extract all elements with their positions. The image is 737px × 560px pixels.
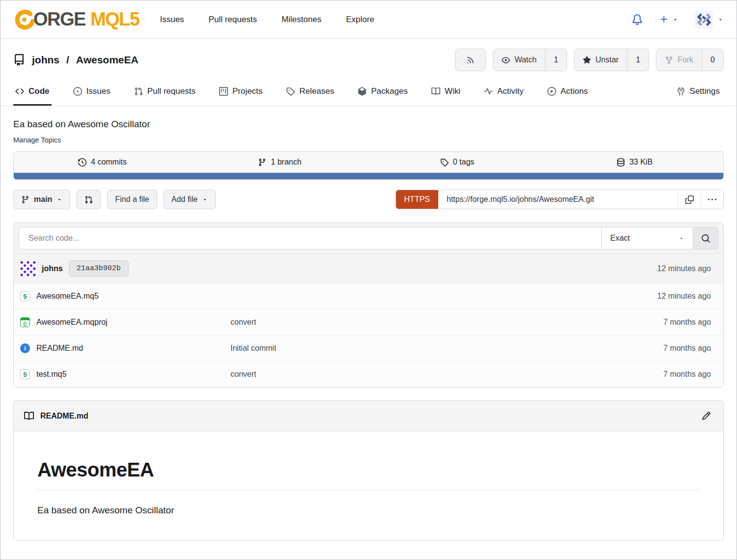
readme-h1: AwesomeEA [37, 459, 700, 490]
copy-icon [685, 196, 694, 204]
tab-packages[interactable]: Packages [356, 78, 410, 106]
repo-stats-bar: 4 commits 1 branch 0 tags 33 KiB [13, 151, 724, 180]
readme-panel: README.md AwesomeEA Ea based on Awesome … [13, 400, 724, 541]
repo-icon [13, 54, 25, 66]
code-toolbar: main Find a file Add file HTTPS [13, 190, 724, 209]
mqproj-file-icon: {} [20, 317, 30, 327]
tab-pull-requests[interactable]: Pull requests [132, 78, 198, 106]
more-clone-options-button[interactable] [701, 190, 723, 209]
commit-author-name[interactable]: johns [42, 264, 63, 273]
kebab-horizontal-icon [708, 196, 716, 204]
find-file-button[interactable]: Find a file [107, 190, 157, 209]
file-row: 5 AwesomeEA.mq5 12 minutes ago [14, 283, 723, 309]
tab-wiki[interactable]: Wiki [429, 78, 462, 106]
commit-time: 12 minutes ago [657, 264, 717, 273]
commit-author-avatar[interactable] [20, 261, 36, 277]
rss-icon [466, 56, 475, 64]
manage-topics-link[interactable]: Manage Topics [0, 130, 74, 144]
logo-text-mql5: MQL5 [90, 9, 140, 30]
readme-filename: README.md [40, 412, 88, 420]
forge-logo-icon [13, 8, 36, 31]
clone-url-input[interactable] [438, 190, 678, 209]
stat-commits[interactable]: 4 commits [14, 152, 191, 172]
fork-button[interactable]: Fork [656, 49, 702, 71]
navbar-right [632, 11, 724, 28]
repo-owner-link[interactable]: johns [32, 54, 59, 66]
tools-icon [677, 87, 685, 96]
file-commit-time: 12 minutes ago [657, 292, 717, 301]
eye-icon [502, 56, 510, 64]
chevron-down-icon [679, 235, 684, 241]
project-icon [219, 87, 228, 96]
database-icon [617, 158, 625, 167]
file-link[interactable]: README.md [36, 344, 83, 353]
git-fork-icon [665, 56, 673, 64]
tab-settings[interactable]: Settings [675, 78, 722, 106]
search-mode-dropdown[interactable]: Exact [601, 227, 693, 250]
repo-title: johns / AwesomeEA [13, 54, 139, 66]
clock-history-icon [78, 158, 86, 167]
language-stats-bar[interactable] [14, 172, 723, 179]
tab-projects[interactable]: Projects [217, 78, 264, 106]
https-protocol-button[interactable]: HTTPS [396, 190, 438, 209]
edit-readme-button[interactable] [702, 411, 713, 420]
code-icon [15, 87, 24, 96]
latest-commit-row: johns 21aa3b902b 12 minutes ago [14, 253, 723, 283]
unstar-button[interactable]: Unstar [574, 49, 627, 71]
git-branch-icon [21, 196, 29, 204]
fork-count[interactable]: 0 [702, 49, 723, 71]
user-menu-dropdown[interactable] [695, 11, 724, 28]
file-commit-message[interactable]: convert [230, 370, 663, 379]
create-new-dropdown[interactable] [659, 15, 679, 24]
watch-button[interactable]: Watch [493, 49, 545, 71]
tab-activity[interactable]: Activity [482, 78, 526, 106]
chevron-down-icon [202, 196, 208, 202]
repo-path-separator: / [66, 54, 69, 66]
commit-hash-badge[interactable]: 21aa3b902b [69, 260, 129, 277]
file-commit-message[interactable]: Initial commit [230, 344, 663, 353]
repo-action-buttons: Watch 1 Unstar 1 Fork 0 [455, 49, 724, 71]
search-code-input[interactable] [19, 227, 601, 250]
mq5-file-icon: 5 [20, 291, 30, 301]
git-branch-icon [258, 158, 266, 167]
tab-releases[interactable]: Releases [284, 78, 336, 106]
star-count[interactable]: 1 [627, 49, 649, 71]
notifications-bell-icon[interactable] [632, 14, 643, 25]
file-link[interactable]: AwesomeEA.mqproj [36, 318, 108, 327]
file-link[interactable]: AwesomeEA.mq5 [36, 292, 99, 301]
tab-actions[interactable]: Actions [545, 78, 590, 106]
add-file-dropdown[interactable]: Add file [164, 190, 216, 209]
repo-name-link[interactable]: AwesomeEA [76, 54, 139, 66]
package-icon [358, 87, 367, 96]
file-link[interactable]: test.mq5 [36, 370, 66, 379]
tab-issues[interactable]: Issues [71, 78, 113, 106]
tag-icon [286, 87, 295, 96]
nav-link-explore[interactable]: Explore [346, 15, 374, 25]
stat-tags[interactable]: 0 tags [368, 152, 546, 172]
repo-tabs: Code Issues Pull requests Projects Relea… [0, 78, 737, 106]
branch-selector-dropdown[interactable]: main [13, 190, 70, 209]
stat-branches[interactable]: 1 branch [191, 152, 368, 172]
pencil-icon [702, 411, 711, 420]
file-commit-time: 7 months ago [663, 370, 717, 379]
nav-link-pull-requests[interactable]: Pull requests [209, 15, 257, 25]
nav-link-issues[interactable]: Issues [160, 15, 184, 25]
search-submit-button[interactable] [693, 227, 718, 250]
stat-repo-size[interactable]: 33 KiB [546, 152, 723, 172]
copy-url-button[interactable] [678, 190, 701, 209]
fork-button-group: Fork 0 [656, 49, 724, 71]
file-row: i README.md Initial commit 7 months ago [14, 335, 723, 361]
chevron-down-icon [717, 16, 724, 23]
compare-branches-button[interactable] [77, 190, 101, 209]
file-commit-message[interactable]: convert [230, 318, 663, 327]
watch-button-group: Watch 1 [493, 49, 567, 71]
tab-code[interactable]: Code [13, 78, 52, 106]
watch-count[interactable]: 1 [545, 49, 567, 71]
nav-link-milestones[interactable]: Milestones [282, 15, 321, 25]
play-circle-icon [547, 87, 556, 96]
file-table: Exact [13, 223, 724, 388]
forge-mql5-logo[interactable]: ORGE MQL5 [13, 8, 139, 31]
file-commit-time: 7 months ago [663, 344, 717, 353]
rss-button[interactable] [455, 49, 485, 71]
pulse-icon [484, 87, 493, 96]
